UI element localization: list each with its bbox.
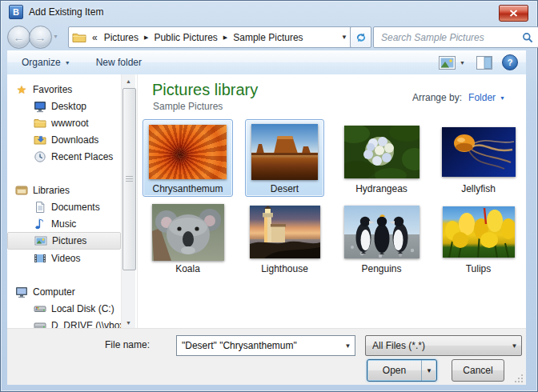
resize-grip[interactable]: [514, 374, 524, 383]
sidebar-item-documents[interactable]: Documents: [7, 198, 121, 215]
file-label: Hydrangeas: [354, 183, 409, 195]
search-input[interactable]: [379, 31, 522, 44]
folder-icon: [34, 117, 46, 130]
organize-button[interactable]: Organize ▼: [14, 54, 78, 71]
combo-arrow-icon: ▼: [508, 342, 521, 350]
file-tile-penguins[interactable]: Penguins: [338, 199, 426, 277]
cancel-button[interactable]: Cancel: [452, 359, 504, 382]
hard-drive-icon: [34, 302, 46, 315]
file-tile-tulips[interactable]: Tulips: [436, 199, 521, 277]
file-label: Chrysanthemum: [151, 183, 224, 195]
recent-places-icon: [34, 150, 46, 163]
views-dropdown-icon[interactable]: ▼: [460, 59, 465, 66]
file-grid: Chrysanthemum: [139, 119, 526, 279]
file-tile-jellyfish[interactable]: Jellyfish: [436, 119, 522, 197]
close-button[interactable]: [499, 5, 528, 22]
sidebar-section-favorites[interactable]: ★ Favorites: [7, 81, 121, 98]
penguins-thumbnail: [344, 206, 420, 258]
chrysanthemum-thumbnail: [149, 125, 227, 179]
file-tile-lighthouse[interactable]: Lighthouse: [243, 199, 327, 277]
back-button[interactable]: ←: [7, 26, 30, 49]
koala-thumbnail: [152, 204, 224, 261]
file-label: Jellyfish: [460, 183, 497, 195]
views-button[interactable]: ▼: [437, 54, 467, 72]
dropdown-arrow-icon: ▼: [500, 94, 505, 101]
scroll-thumb[interactable]: [122, 88, 136, 270]
file-name-label: File name:: [105, 339, 150, 350]
scroll-down-button[interactable]: ▼: [122, 316, 135, 329]
open-button[interactable]: Open ▼: [367, 359, 437, 382]
dialog-window: B Add Existing Item ← → ▼ « Pictures ▶ P…: [0, 0, 538, 392]
file-type-combobox[interactable]: All Files (*.*) ▼: [365, 335, 522, 356]
file-name-combobox: ▼: [176, 335, 355, 356]
sidebar-section-computer[interactable]: Computer: [7, 283, 121, 300]
title-bar: B Add Existing Item: [1, 1, 537, 23]
file-tile-desert[interactable]: Desert: [245, 119, 324, 197]
folder-icon: [72, 31, 86, 43]
app-icon: B: [9, 5, 23, 19]
file-type-value: All Files (*.*): [366, 340, 508, 351]
sidebar-item-wwwroot[interactable]: wwwroot: [7, 114, 121, 131]
sidebar-section-libraries[interactable]: Libraries: [7, 182, 121, 198]
file-name-input[interactable]: [177, 339, 341, 352]
sidebar-item-music[interactable]: Music: [7, 215, 121, 232]
scroll-thumb-grip: [126, 176, 133, 182]
desktop-icon: [34, 100, 46, 113]
window-title: Add Existing Item: [29, 6, 103, 18]
sidebar: ★ Favorites Desktop wwwroot Downloads: [7, 74, 121, 329]
new-folder-button[interactable]: New folder: [89, 54, 149, 71]
address-bar[interactable]: « Pictures ▶ Public Pictures ▶ Sample Pi…: [68, 26, 355, 48]
preview-pane-button[interactable]: [475, 54, 494, 72]
forward-icon: →: [35, 31, 46, 44]
views-icon: [439, 56, 456, 70]
tulips-thumbnail: [443, 206, 515, 258]
breadcrumb-separator-icon: ▶: [143, 34, 150, 41]
sidebar-item-d-drive[interactable]: D_DRIVE (\\vboxs: [7, 317, 121, 329]
scroll-up-icon: ▲: [126, 78, 131, 84]
file-label: Tulips: [464, 263, 493, 275]
lighthouse-thumbnail: [250, 206, 320, 258]
breadcrumb-separator-icon: ▶: [222, 34, 229, 41]
dialog-body: ★ Favorites Desktop wwwroot Downloads: [7, 74, 526, 329]
scroll-down-icon: ▼: [126, 320, 131, 326]
refresh-button[interactable]: [350, 26, 371, 48]
page-subtitle: Sample Pictures: [153, 101, 223, 112]
page-title: Pictures library: [152, 81, 258, 99]
file-tile-chrysanthemum[interactable]: Chrysanthemum: [143, 119, 233, 197]
search-box: [373, 26, 538, 48]
open-dropdown-button[interactable]: ▼: [421, 360, 436, 381]
search-icon[interactable]: [522, 32, 533, 43]
forward-button[interactable]: →: [29, 26, 52, 49]
favorites-icon: ★: [15, 83, 28, 96]
arrange-by-dropdown[interactable]: Folder ▼: [468, 92, 505, 103]
sidebar-item-videos[interactable]: Videos: [7, 250, 121, 266]
libraries-icon: [15, 184, 28, 197]
file-tile-koala[interactable]: Koala: [146, 199, 231, 277]
file-tile-hydrangeas[interactable]: Hydrangeas: [338, 119, 426, 197]
nav-history-chevron-icon[interactable]: ▼: [53, 34, 58, 39]
new-folder-label: New folder: [96, 57, 142, 68]
hydrangeas-thumbnail: [344, 126, 420, 178]
sidebar-scrollbar[interactable]: ▲ ▼: [121, 74, 135, 329]
scroll-up-button[interactable]: ▲: [122, 74, 135, 87]
downloads-icon: [34, 134, 46, 146]
sidebar-item-recent-places[interactable]: Recent Places: [7, 148, 121, 165]
sidebar-item-desktop[interactable]: Desktop: [7, 98, 121, 114]
breadcrumb-overflow[interactable]: «: [88, 32, 100, 43]
help-button[interactable]: ?: [502, 54, 518, 70]
sidebar-item-pictures[interactable]: Pictures: [7, 232, 121, 250]
combo-arrow-icon[interactable]: ▼: [341, 342, 355, 350]
videos-icon: [34, 252, 46, 265]
file-label: Koala: [174, 263, 202, 275]
breadcrumb-dropdown-icon[interactable]: ▼: [338, 34, 351, 41]
breadcrumb-item-public-pictures[interactable]: Public Pictures: [150, 32, 221, 43]
sidebar-item-downloads[interactable]: Downloads: [7, 131, 121, 148]
organize-label: Organize: [22, 57, 61, 68]
jellyfish-thumbnail: [442, 127, 516, 177]
help-icon: ?: [508, 58, 513, 67]
breadcrumb-item-sample-pictures[interactable]: Sample Pictures: [229, 32, 307, 43]
breadcrumb-item-pictures[interactable]: Pictures: [100, 32, 143, 43]
sidebar-item-local-disk-c[interactable]: Local Disk (C:): [7, 300, 121, 317]
file-label: Penguins: [359, 263, 403, 275]
command-toolbar: Organize ▼ New folder ▼: [7, 50, 526, 75]
